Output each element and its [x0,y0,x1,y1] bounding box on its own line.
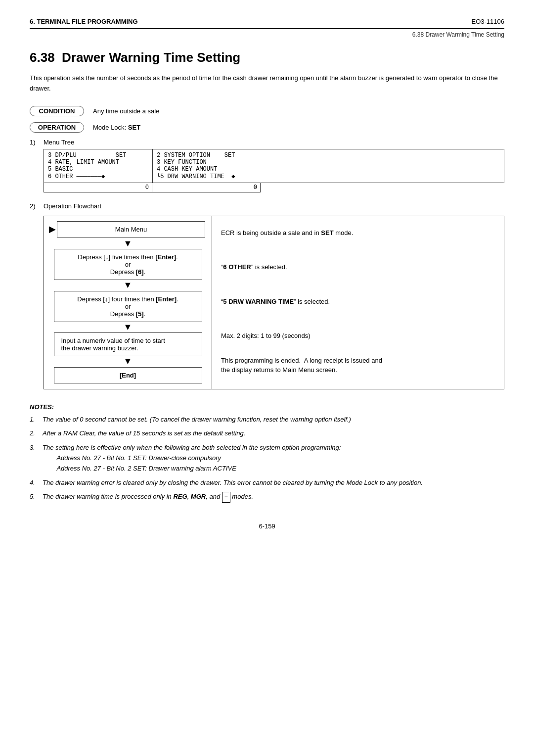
flowchart-right: ECR is being outside a sale and in SET m… [212,216,400,389]
menu-left-line3: 5 BASIC [48,166,148,173]
menu-left-line4: 6 OTHER ───────◆ [48,173,148,180]
note-3: 3. The setting here is effective only wh… [30,443,504,473]
ann2: “6 OTHER” is selected. [221,262,391,272]
menu-tree-heading: 1) Menu Tree [30,139,504,146]
menu-left: 3 DP/PLU SET 4 RATE, LIMIT AMOUNT 5 BASI… [44,149,153,183]
menu-tree: 3 DP/PLU SET 4 RATE, LIMIT AMOUNT 5 BASI… [44,149,504,192]
menu-right-line1: 2 SYSTEM OPTION SET [157,152,258,159]
header: 6. TERMINAL FILE PROGRAMMING EO3-11106 [30,18,504,29]
notes-section: NOTES: 1. The value of 0 second cannot b… [30,403,504,503]
fc-box1: Depress [↓] five times then [Enter].orDe… [54,249,202,280]
menu-left-line1: 3 DP/PLU SET [48,152,148,159]
flowchart-outer: ▶ Main Menu ▼ Depress [↓] five times the… [44,216,504,389]
notes-list: 1. The value of 0 second cannot be set. … [30,415,504,503]
ann-spacer4 [221,341,391,356]
menu-right-line3: 4 CASH KEY AMOUNT [157,166,258,173]
arrow2: ▼ [124,280,133,291]
menu-right: 2 SYSTEM OPTION SET 3 KEY FUNCTION 4 CAS… [153,149,262,183]
note-4: 4. The drawer warning error is cleared o… [30,478,504,488]
fc-box3: Input a numeriv value of time to startth… [54,332,202,356]
intro-text: This operation sets the number of second… [30,73,504,94]
header-right: EO3-11106 [472,18,505,25]
note-5: 5. The drawer warning time is processed … [30,492,504,502]
menu-right-line2: 3 KEY FUNCTION [157,159,258,166]
operation-badge: OPERATION [30,122,84,133]
fc-box2: Depress [↓] four times then [Enter].orDe… [54,291,202,322]
subheader: 6.38 Drawer Warming Time Setting [30,31,504,38]
ann-spacer2 [221,272,391,297]
page-number: 6-159 [30,522,504,530]
ann3: “5 DRW WARNING TIME” is selected. [221,297,391,307]
section-number: 6.38 [30,50,55,65]
menu-tree-table: 3 DP/PLU SET 4 RATE, LIMIT AMOUNT 5 BASI… [44,149,504,183]
operation-row: OPERATION Mode Lock: SET [30,122,504,133]
note-2: 2. After a RAM Clear, the value of 15 se… [30,428,504,439]
arrow1: ▼ [124,238,133,249]
header-left: 6. TERMINAL FILE PROGRAMMING [30,18,138,25]
arrow4: ▼ [124,356,133,367]
menu-footer-left: 0 [44,183,152,192]
menu-left-line2: 4 RATE, LIMIT AMOUNT [48,159,148,166]
operation-text: Mode Lock: SET [93,124,140,131]
section-title: 6.38 Drawer Warning Time Setting [30,50,504,65]
arrow3: ▼ [124,322,133,333]
ann5: This programming is ended. A long receip… [221,356,391,375]
subheader-text: 6.38 Drawer Warming Time Setting [412,31,504,38]
flowchart-heading: 2) Operation Flowchart [30,202,504,210]
menu-footer: 0 0 [44,183,504,192]
menu-footer-right: 0 [152,183,261,192]
flowchart-left: ▶ Main Menu ▼ Depress [↓] five times the… [44,216,212,389]
section-name: Drawer Warning Time Setting [62,50,240,65]
ann1: ECR is being outside a sale and in SET m… [221,228,391,238]
ann-spacer1 [221,237,391,262]
fc-main-menu: Main Menu [57,221,205,237]
page: 6. TERMINAL FILE PROGRAMMING EO3-11106 6… [0,0,534,756]
ann-spacer3 [221,306,391,331]
note-1: 1. The value of 0 second cannot be set. … [30,415,504,425]
ann4: Max. 2 digits: 1 to 99 (seconds) [221,331,391,341]
fc-box-end: [End] [54,367,202,383]
condition-row: CONDITION Any time outside a sale [30,106,504,116]
condition-badge: CONDITION [30,106,84,116]
notes-title: NOTES: [30,403,504,411]
menu-right-line4: └5 DRW WARNING TIME ◆ [157,173,258,180]
entry-arrow-icon: ▶ [49,224,56,235]
condition-text: Any time outside a sale [93,107,159,115]
